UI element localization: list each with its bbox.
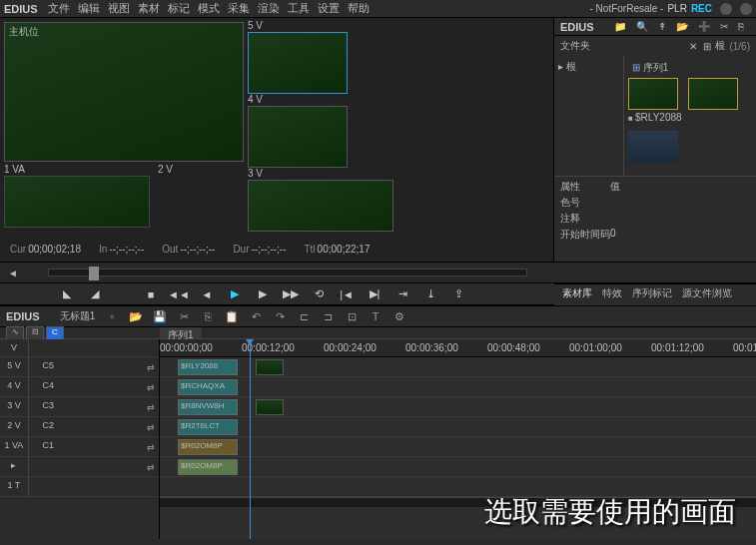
bin-thumb-3[interactable] <box>688 78 738 110</box>
tab-markers[interactable]: 序列标记 <box>632 286 672 303</box>
next-frame-button[interactable]: ▶ <box>256 287 270 301</box>
trk-c3[interactable]: C3 <box>28 397 68 416</box>
trk-c2[interactable]: C2 <box>28 417 68 436</box>
tab-browse[interactable]: 源文件浏览 <box>682 286 732 303</box>
search-icon[interactable]: 🔍 <box>636 21 648 32</box>
tl-render-icon[interactable]: ⚙ <box>392 309 406 323</box>
up-icon[interactable]: ↟ <box>658 21 666 32</box>
trk-audio[interactable]: ▸ <box>0 457 28 476</box>
clip-2v[interactable]: $R2T6LCT <box>178 419 238 435</box>
goto-out-icon[interactable]: ▶| <box>368 287 381 301</box>
lock-icon[interactable]: ⇄ <box>147 362 155 372</box>
tl-del-icon[interactable]: ⊐ <box>321 309 335 323</box>
tl-split-icon[interactable]: ⊏ <box>297 309 311 323</box>
lock-icon[interactable]: ⇄ <box>147 402 155 412</box>
clip-5v[interactable]: $RLY2088 <box>178 359 238 375</box>
tl-open-icon[interactable]: 📂 <box>129 309 143 323</box>
lock-icon[interactable]: ⇄ <box>147 382 155 392</box>
tl-redo-icon[interactable]: ↷ <box>273 309 287 323</box>
preview-cam-5[interactable] <box>248 32 348 94</box>
clip-3v-th[interactable] <box>256 399 284 415</box>
folder-icon[interactable]: 📁 <box>614 21 626 32</box>
mark-out-icon[interactable]: ◢ <box>88 287 102 301</box>
trk-c4[interactable]: C4 <box>28 377 68 396</box>
close-button[interactable] <box>740 3 752 15</box>
preview-cam-1[interactable] <box>4 176 150 228</box>
menu-help[interactable]: 帮助 <box>348 1 370 16</box>
trk-1t[interactable]: 1 T <box>0 477 28 496</box>
lock-icon[interactable]: ⇄ <box>147 422 155 432</box>
new-icon[interactable]: ➕ <box>698 21 710 32</box>
minimize-button[interactable] <box>720 3 732 15</box>
menu-mode[interactable]: 模式 <box>198 1 220 16</box>
bin-thumb-1[interactable] <box>628 78 678 110</box>
menu-view[interactable]: 视图 <box>108 1 130 16</box>
trk-c5[interactable]: C5 <box>28 357 68 376</box>
goto-in-icon[interactable]: |◄ <box>340 287 354 301</box>
seek-track[interactable] <box>48 269 527 276</box>
trk-5v[interactable]: 5 V <box>0 357 28 376</box>
clip-3v[interactable]: $R8NVW8H <box>178 399 238 415</box>
bin-thumb-2[interactable] <box>628 131 678 163</box>
menu-render[interactable]: 渲染 <box>258 1 280 16</box>
mark-in-icon[interactable]: ◣ <box>60 287 74 301</box>
open-icon[interactable]: 📂 <box>676 21 688 32</box>
cut-icon[interactable]: ✂ <box>720 21 728 32</box>
menu-file[interactable]: 文件 <box>48 1 70 16</box>
tl-group-icon[interactable]: ⊡ <box>345 309 359 323</box>
mode-b[interactable]: ⊟ <box>26 326 44 340</box>
seek-start-icon[interactable]: ◄ <box>8 268 18 278</box>
play-button[interactable]: ▶ <box>228 287 242 301</box>
tab-fx[interactable]: 特效 <box>602 286 622 303</box>
ruler-3: 00:00:36;00 <box>405 342 458 353</box>
menu-tools[interactable]: 工具 <box>288 1 310 16</box>
trk-c1[interactable]: C1 <box>28 437 68 456</box>
menu-settings[interactable]: 设置 <box>318 1 340 16</box>
rewind-button[interactable]: ◄◄ <box>172 287 186 301</box>
folder-close-icon[interactable]: ✕ <box>689 41 697 52</box>
bin-tree[interactable]: ▸ 根 <box>554 56 624 176</box>
clip-4v[interactable]: $RCHAQXA <box>178 379 238 395</box>
sequence-tab[interactable]: 序列1 <box>160 327 202 338</box>
clip-audio[interactable]: $R02OM8P <box>178 459 238 475</box>
tl-paste-icon[interactable]: 📋 <box>225 309 239 323</box>
clip-1va[interactable]: $R02OM8P <box>178 439 238 455</box>
mode-c[interactable]: C <box>46 326 64 340</box>
mode-a[interactable]: ∿ <box>6 326 24 340</box>
trk-2v[interactable]: 2 V <box>0 417 28 436</box>
crumb-root[interactable]: 根 <box>715 39 725 53</box>
prev-frame-button[interactable]: ◄ <box>200 287 214 301</box>
insert-icon[interactable]: ⇥ <box>395 287 409 301</box>
tl-undo-icon[interactable]: ↶ <box>249 309 263 323</box>
fforward-button[interactable]: ▶▶ <box>284 287 298 301</box>
menu-capture[interactable]: 采集 <box>228 1 250 16</box>
seek-head[interactable] <box>89 267 99 280</box>
menu-edit[interactable]: 编辑 <box>78 1 100 16</box>
preview-main[interactable]: 主机位 <box>4 22 244 162</box>
copy-icon[interactable]: ⎘ <box>738 21 744 32</box>
tl-cut-icon[interactable]: ✂ <box>177 309 191 323</box>
menu-clip[interactable]: 素材 <box>138 1 160 16</box>
overwrite-icon[interactable]: ⤓ <box>423 287 437 301</box>
tl-copy-icon[interactable]: ⎘ <box>201 309 215 323</box>
seq-item[interactable]: ⊞ 序列1 <box>628 60 752 76</box>
trk-4v[interactable]: 4 V <box>0 377 28 396</box>
tree-root[interactable]: 根 <box>566 61 576 72</box>
tab-bin[interactable]: 素材库 <box>562 286 592 303</box>
lock-icon[interactable]: ⇄ <box>147 442 155 452</box>
stop-button[interactable]: ■ <box>144 287 158 301</box>
clip-5v-th[interactable] <box>256 359 284 375</box>
menu-marker[interactable]: 标记 <box>168 1 190 16</box>
tl-save-icon[interactable]: 💾 <box>153 309 167 323</box>
export-icon[interactable]: ⇪ <box>451 287 465 301</box>
tl-new-icon[interactable]: ▫ <box>105 309 119 323</box>
breadcrumb-icon: ⊞ <box>703 41 711 52</box>
trk-1va[interactable]: 1 VA <box>0 437 28 456</box>
lock-icon[interactable]: ⇄ <box>147 462 155 472</box>
trk-3v[interactable]: 3 V <box>0 397 28 416</box>
preview-cam-3[interactable] <box>248 180 393 232</box>
preview-cam-4[interactable] <box>248 106 348 168</box>
tl-title-icon[interactable]: T <box>369 309 382 323</box>
playhead[interactable] <box>250 339 251 539</box>
loop-button[interactable]: ⟲ <box>312 287 326 301</box>
